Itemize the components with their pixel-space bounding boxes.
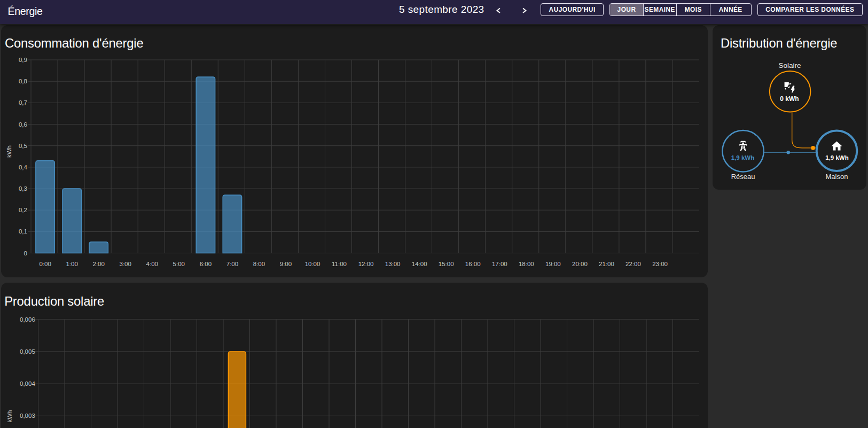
svg-text:0,9: 0,9 xyxy=(19,57,27,63)
svg-text:0,5: 0,5 xyxy=(19,143,27,149)
svg-text:0 kWh: 0 kWh xyxy=(780,95,799,103)
svg-text:Réseau: Réseau xyxy=(731,173,755,181)
svg-text:13:00: 13:00 xyxy=(385,261,401,267)
svg-text:21:00: 21:00 xyxy=(599,261,614,267)
svg-text:17:00: 17:00 xyxy=(492,261,507,267)
svg-text:0,3: 0,3 xyxy=(19,185,27,192)
svg-text:6:00: 6:00 xyxy=(200,261,212,267)
svg-text:0,8: 0,8 xyxy=(19,78,27,84)
svg-text:0,006: 0,006 xyxy=(20,316,35,323)
svg-text:4:00: 4:00 xyxy=(146,261,158,267)
svg-text:12:00: 12:00 xyxy=(358,261,374,267)
svg-text:Solaire: Solaire xyxy=(778,61,801,69)
svg-text:1:00: 1:00 xyxy=(66,261,77,267)
svg-text:5:00: 5:00 xyxy=(173,261,185,267)
svg-text:10:00: 10:00 xyxy=(305,261,320,267)
svg-text:1,9 kWh: 1,9 kWh xyxy=(825,154,848,161)
svg-text:0,005: 0,005 xyxy=(20,348,35,355)
svg-text:0,7: 0,7 xyxy=(19,99,27,106)
svg-text:9:00: 9:00 xyxy=(280,261,292,267)
svg-text:0,004: 0,004 xyxy=(20,380,35,387)
svg-text:2:00: 2:00 xyxy=(93,261,105,267)
svg-text:20:00: 20:00 xyxy=(572,261,588,267)
svg-text:0: 0 xyxy=(24,250,27,256)
svg-text:19:00: 19:00 xyxy=(545,261,561,267)
svg-text:0,1: 0,1 xyxy=(19,228,27,235)
svg-text:18:00: 18:00 xyxy=(519,261,534,267)
svg-text:kWh: kWh xyxy=(6,410,13,423)
svg-text:8:00: 8:00 xyxy=(253,261,265,267)
svg-text:23:00: 23:00 xyxy=(652,261,668,267)
svg-text:0,003: 0,003 xyxy=(20,413,35,419)
svg-text:0,6: 0,6 xyxy=(19,121,27,128)
svg-text:7:00: 7:00 xyxy=(226,261,238,267)
svg-text:16:00: 16:00 xyxy=(465,261,481,267)
svg-text:22:00: 22:00 xyxy=(625,261,641,267)
svg-text:15:00: 15:00 xyxy=(439,261,454,267)
svg-text:0,4: 0,4 xyxy=(19,164,28,170)
svg-text:11:00: 11:00 xyxy=(332,261,347,267)
svg-text:14:00: 14:00 xyxy=(412,261,427,267)
svg-text:0:00: 0:00 xyxy=(39,261,51,267)
svg-text:1,9 kWh: 1,9 kWh xyxy=(731,154,754,161)
svg-text:0,2: 0,2 xyxy=(19,207,27,213)
svg-text:3:00: 3:00 xyxy=(120,261,131,267)
svg-text:Maison: Maison xyxy=(825,173,848,181)
svg-text:kWh: kWh xyxy=(6,145,12,158)
